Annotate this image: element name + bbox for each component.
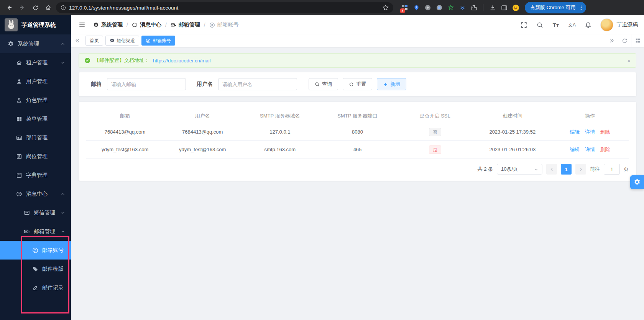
extensions-puzzle-icon[interactable] [470, 4, 478, 11]
bell-icon[interactable] [584, 21, 592, 29]
detail-link[interactable]: 详情 [585, 129, 595, 135]
search-icon[interactable] [536, 21, 544, 29]
sidebar-menu: 系统管理 租户管理 用户管理 角色管理 菜单管理 部门 [0, 34, 71, 320]
sidebar-item-mail-account[interactable]: 邮箱账号 [0, 241, 71, 260]
sidebar-item-dept-management[interactable]: 部门管理 [0, 128, 71, 147]
tabs-scroll-left-icon[interactable] [71, 34, 84, 47]
mail-account-table-card: 邮箱 用户名 SMTP 服务器域名 SMTP 服务器端口 是否开启 SSL 创建… [79, 102, 636, 181]
cell-created: 2023-01-25 17:39:52 [474, 129, 551, 135]
sidebar-item-sms-management[interactable]: 短信管理 [0, 203, 71, 222]
reset-button[interactable]: 重置 [343, 78, 372, 90]
extension-icon-grid[interactable]: 8 [401, 4, 409, 11]
sidebar-item-mail-management[interactable]: 邮箱管理 [0, 222, 71, 241]
chrome-update-label: 有新版 Chrome 可用 [530, 4, 575, 11]
page-size-select[interactable]: 10条/页 [497, 164, 542, 175]
ssl-tag: 是 [429, 145, 441, 154]
browser-reload-icon[interactable] [30, 2, 41, 13]
browser-chrome: 127.0.0.1/system/messages/mail/mail-acco… [0, 0, 644, 15]
breadcrumb-item-mail-management[interactable]: 邮箱管理 [171, 21, 200, 28]
extensions-zone: 8 [401, 4, 519, 11]
sidebar-toggle-icon[interactable] [76, 19, 88, 31]
browser-home-icon[interactable] [43, 2, 54, 13]
goto-page-input[interactable] [604, 164, 620, 175]
alert-close-icon[interactable]: × [627, 57, 631, 64]
tab-sms-channel[interactable]: 短信渠道 [105, 36, 139, 46]
sidebar-item-menu-management[interactable]: 菜单管理 [0, 109, 71, 128]
extension-icon-round-2[interactable] [435, 4, 443, 11]
extension-icon-balloon[interactable] [412, 4, 420, 11]
edit-link[interactable]: 编辑 [570, 129, 580, 135]
sidebar-item-tenant-management[interactable]: 租户管理 [0, 53, 71, 72]
fullscreen-icon[interactable] [520, 21, 527, 29]
kebab-menu-icon[interactable] [578, 5, 584, 10]
home-icon [16, 60, 22, 66]
edit-link[interactable]: 编辑 [570, 147, 580, 152]
grid-icon [16, 116, 22, 122]
profile-emoji-icon[interactable] [512, 4, 519, 11]
add-button[interactable]: 新增 [377, 78, 406, 90]
col-header-created: 创建时间 [474, 113, 551, 119]
breadcrumb-label: 邮箱账号 [217, 21, 239, 28]
cell-smtp-port: 8080 [319, 129, 396, 135]
page-number-button[interactable]: 1 [561, 164, 572, 175]
user-menu[interactable]: 芋道源码 [600, 18, 638, 31]
side-panel-icon[interactable] [500, 4, 508, 11]
address-bar[interactable]: 127.0.0.1/system/messages/mail/mail-acco… [56, 2, 393, 13]
detail-link[interactable]: 详情 [585, 147, 595, 152]
tab-home[interactable]: 首页 [85, 36, 103, 46]
user-icon [16, 78, 22, 85]
sidebar-item-post-management[interactable]: 岗位管理 [0, 147, 71, 166]
top-navbar: 系统管理 / 消息中心 / 邮箱管理 / 邮箱账号 [71, 15, 644, 34]
sidebar-item-user-management[interactable]: 用户管理 [0, 72, 71, 91]
app-logo [5, 18, 18, 31]
chrome-divider [483, 4, 483, 11]
sidebar-item-dict-management[interactable]: 字典管理 [0, 166, 71, 184]
sidebar-item-label: 部门管理 [26, 134, 48, 141]
app-logo-row[interactable]: 芋道管理系统 [0, 15, 71, 34]
language-icon[interactable]: 文A [568, 21, 576, 29]
col-header-ssl: 是否开启 SSL [396, 113, 474, 119]
breadcrumb-label: 消息中心 [140, 21, 161, 28]
font-size-icon[interactable]: Tт [552, 21, 560, 29]
breadcrumb-item-message-center[interactable]: 消息中心 [132, 21, 161, 28]
theme-settings-button[interactable] [630, 175, 644, 189]
downloads-icon[interactable] [489, 4, 496, 11]
sidebar-item-message-center[interactable]: 消息中心 [0, 184, 71, 203]
chrome-update-button[interactable]: 有新版 Chrome 可用 [525, 2, 586, 13]
extension-icon-green-star[interactable] [447, 4, 455, 11]
prev-page-button[interactable] [546, 164, 557, 175]
bookmark-star-icon[interactable] [383, 5, 389, 11]
breadcrumb-item-system[interactable]: 系统管理 [93, 21, 123, 28]
avatar [600, 18, 613, 31]
email-input[interactable] [107, 78, 186, 90]
sidebar-item-mail-template[interactable]: 邮件模版 [0, 260, 71, 278]
doc-link[interactable]: https://doc.iocoder.cn/mail [153, 58, 210, 64]
next-page-button[interactable] [575, 164, 586, 175]
sidebar-item-system-management[interactable]: 系统管理 [0, 34, 71, 53]
breadcrumb-separator: / [127, 22, 128, 28]
browser-forward-icon[interactable] [17, 2, 28, 13]
sidebar-item-role-management[interactable]: 角色管理 [0, 91, 71, 109]
delete-link[interactable]: 删除 [600, 147, 610, 152]
browser-back-icon[interactable] [4, 2, 15, 13]
query-button[interactable]: 查询 [309, 78, 338, 90]
refresh-page-icon[interactable] [618, 34, 631, 47]
tabs-scroll-right-icon[interactable] [605, 34, 618, 47]
layout-grid-icon[interactable] [631, 34, 644, 47]
extension-icon-round-1[interactable] [424, 4, 432, 11]
col-header-email: 邮箱 [86, 113, 164, 119]
tabs-strip: 首页 短信渠道 邮箱账号 [84, 34, 605, 47]
mail-send-icon [171, 22, 176, 28]
username-input[interactable] [218, 78, 297, 90]
account-circle-icon [146, 38, 151, 43]
total-count: 共 2 条 [478, 166, 493, 173]
search-form: 邮箱 用户名 查询 重置 新增 [79, 72, 636, 96]
site-info-icon [61, 5, 66, 10]
extension-icon-blue-chevrons[interactable] [458, 4, 466, 11]
sidebar-item-mail-log[interactable]: 邮件记录 [0, 278, 71, 297]
tab-mail-account[interactable]: 邮箱账号 [141, 36, 175, 46]
success-check-icon [84, 57, 90, 64]
col-header-smtp-port: SMTP 服务器端口 [319, 113, 396, 119]
delete-link[interactable]: 删除 [600, 129, 610, 135]
sidebar-item-label: 邮箱账号 [42, 247, 64, 254]
